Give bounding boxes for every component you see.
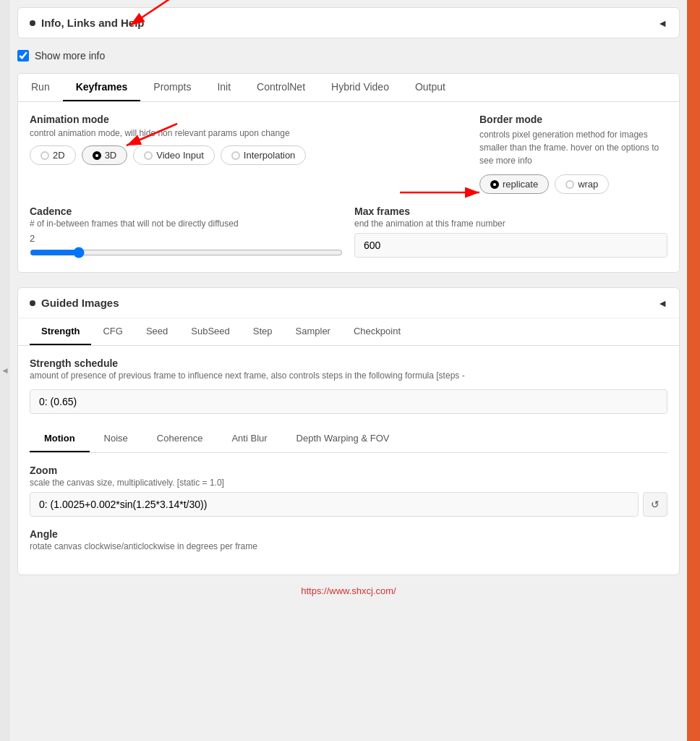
maxframes-desc: end the animation at this frame number [354, 219, 667, 229]
motion-tab-coherence[interactable]: Coherence [142, 425, 218, 452]
sidebar-left-arrow-icon: ◄ [1, 365, 9, 376]
zoom-reset-button[interactable]: ↺ [643, 492, 667, 517]
info-links-panel: Info, Links and Help ◄ [17, 7, 680, 38]
strength-schedule-label: Strength schedule [30, 357, 667, 369]
cadence-value: 2 [30, 233, 343, 244]
angle-desc: rotate canvas clockwise/anticlockwise in… [30, 541, 667, 551]
cadence-desc: # of in-between frames that will not be … [30, 219, 343, 229]
guided-images-panel: Guided Images ◄ Strength CFG Seed SubSee… [17, 287, 680, 575]
animation-interpolation-option[interactable]: Interpolation [221, 145, 307, 165]
show-more-info-checkbox[interactable] [17, 50, 29, 62]
animation-2d-radio-icon [40, 151, 49, 160]
angle-field-group: Angle rotate canvas clockwise/anticlockw… [30, 528, 667, 551]
animation-mode-desc: control animation mode, will hide non re… [30, 128, 451, 138]
guided-images-dot-icon [30, 300, 35, 306]
show-more-info-label: Show more info [35, 50, 105, 62]
reset-icon: ↺ [651, 499, 660, 510]
zoom-input-row: 0: (1.0025+0.002*sin(1.25*3.14*t/30)) ↺ [30, 492, 667, 517]
tab-init[interactable]: Init [204, 74, 244, 101]
tab-prompts[interactable]: Prompts [140, 74, 204, 101]
tab-keyframes[interactable]: Keyframes [63, 74, 141, 101]
guided-images-chevron-icon[interactable]: ◄ [657, 297, 667, 309]
maxframes-input[interactable]: 600 [354, 233, 667, 258]
maxframes-section: Max frames end the animation at this fra… [354, 206, 667, 258]
cadence-slider[interactable] [30, 247, 343, 258]
strength-schedule-input[interactable]: 0: (0.65) [30, 389, 667, 414]
info-panel-header: Info, Links and Help ◄ [30, 17, 667, 29]
tab-output[interactable]: Output [402, 74, 458, 101]
sub-tab-strength[interactable]: Strength [30, 318, 91, 345]
guided-images-content: Strength schedule amount of presence of … [18, 346, 679, 575]
border-replicate-radio-icon [490, 180, 499, 189]
guided-images-header-left: Guided Images [30, 297, 119, 309]
animation-2d-option[interactable]: 2D [30, 145, 76, 165]
zoom-field-group: Zoom scale the canvas size, multiplicati… [30, 465, 667, 517]
strength-schedule-group: Strength schedule amount of presence of … [30, 357, 667, 414]
sidebar-left-toggle[interactable]: ◄ [0, 0, 10, 741]
cadence-slider-container [30, 247, 343, 261]
animation-mode-section: Animation mode control animation mode, w… [30, 114, 451, 194]
tab-run[interactable]: Run [18, 74, 63, 101]
border-wrap-radio-icon [565, 180, 574, 189]
zoom-desc: scale the canvas size, multiplicatively.… [30, 478, 667, 488]
guided-images-title: Guided Images [41, 297, 119, 309]
zoom-input[interactable]: 0: (1.0025+0.002*sin(1.25*3.14*t/30)) [30, 492, 639, 517]
animation-interpolation-label: Interpolation [244, 150, 296, 161]
motion-tab-antiblur[interactable]: Anti Blur [217, 425, 281, 452]
info-dot-icon [30, 20, 35, 26]
motion-tab-depthwarping[interactable]: Depth Warping & FOV [282, 425, 404, 452]
border-mode-desc: controls pixel generation method for ima… [479, 128, 667, 167]
info-panel-title: Info, Links and Help [41, 17, 145, 29]
motion-tab-bar: Motion Noise Coherence Anti Blur Depth W… [30, 425, 667, 453]
animation-videoinput-radio-icon [144, 151, 153, 160]
sidebar-right [687, 0, 700, 741]
motion-tab-noise[interactable]: Noise [90, 425, 142, 452]
keyframes-content: Animation mode control animation mode, w… [18, 102, 679, 272]
main-tab-container: Run Keyframes Prompts Init ControlNet Hy… [17, 73, 680, 273]
strength-schedule-desc: amount of presence of previous frame to … [30, 370, 667, 381]
animation-2d-label: 2D [53, 150, 65, 161]
watermark: https://www.shxcj.com/ [17, 585, 680, 596]
info-panel-chevron-icon[interactable]: ◄ [657, 17, 667, 29]
maxframes-label: Max frames [354, 206, 667, 217]
angle-label: Angle [30, 528, 667, 540]
border-mode-title: Border mode [479, 114, 667, 125]
zoom-label: Zoom [30, 465, 667, 476]
tab-hybrid-video[interactable]: Hybrid Video [318, 74, 402, 101]
sub-tab-sampler[interactable]: Sampler [284, 318, 342, 345]
guided-images-header: Guided Images ◄ [18, 288, 679, 318]
cadence-section: Cadence # of in-between frames that will… [30, 206, 343, 261]
border-wrap-label: wrap [578, 179, 598, 190]
border-mode-section: Border mode controls pixel generation me… [479, 114, 667, 194]
animation-videoinput-option[interactable]: Video Input [133, 145, 215, 165]
show-more-info-row: Show more info [17, 50, 680, 62]
animation-3d-option[interactable]: 3D [82, 145, 128, 165]
sub-tab-subseed[interactable]: SubSeed [179, 318, 242, 345]
tab-controlnet[interactable]: ControlNet [244, 74, 318, 101]
animation-3d-label: 3D [105, 150, 117, 161]
sub-tab-checkpoint[interactable]: Checkpoint [342, 318, 412, 345]
motion-tab-motion[interactable]: Motion [30, 425, 90, 452]
animation-3d-radio-icon [93, 151, 101, 160]
sub-tab-cfg[interactable]: CFG [91, 318, 134, 345]
border-options-container: replicate wrap [479, 174, 667, 194]
border-replicate-option[interactable]: replicate [479, 174, 549, 194]
sub-tab-seed[interactable]: Seed [135, 318, 179, 345]
animation-border-row: Animation mode control animation mode, w… [30, 114, 667, 194]
sub-tab-bar: Strength CFG Seed SubSeed Step Sampler C… [18, 318, 679, 346]
border-mode-options: replicate wrap [479, 174, 667, 194]
info-panel-header-left: Info, Links and Help [30, 17, 145, 29]
sub-tab-step[interactable]: Step [242, 318, 284, 345]
animation-videoinput-label: Video Input [156, 150, 204, 161]
cadence-label: Cadence [30, 206, 343, 217]
border-replicate-label: replicate [503, 179, 538, 190]
animation-interpolation-radio-icon [231, 151, 240, 160]
animation-mode-title: Animation mode [30, 114, 451, 125]
cadence-maxframes-row: Cadence # of in-between frames that will… [30, 206, 667, 261]
animation-mode-options: 2D 3D Video Input [30, 145, 451, 165]
border-wrap-option[interactable]: wrap [555, 174, 609, 194]
main-tab-bar: Run Keyframes Prompts Init ControlNet Hy… [18, 74, 679, 102]
